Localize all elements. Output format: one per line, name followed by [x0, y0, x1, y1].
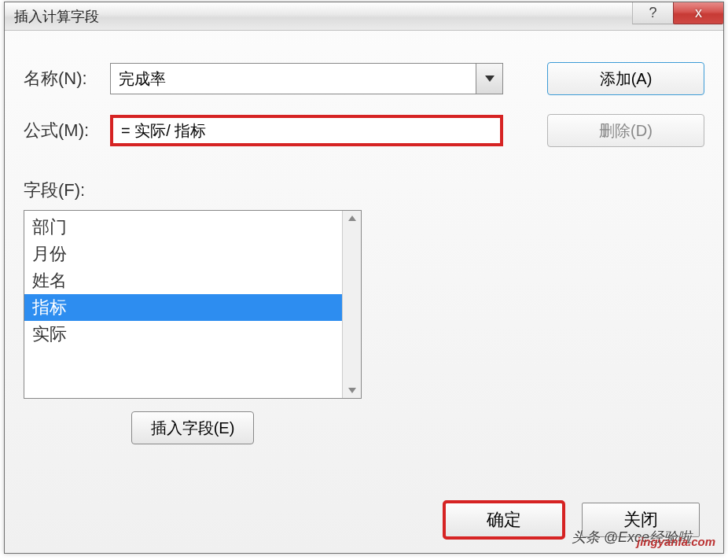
- help-icon: ?: [649, 5, 656, 21]
- svg-marker-2: [348, 388, 356, 393]
- scroll-down-icon: [348, 388, 356, 393]
- dialog-title: 插入计算字段: [14, 7, 99, 26]
- formula-input-highlight: [110, 115, 503, 146]
- fields-label: 字段(F):: [24, 179, 704, 202]
- formula-input[interactable]: [113, 118, 500, 143]
- insert-calculated-field-dialog: 插入计算字段 ? x 名称(N): 添加(A) 公式(M):: [4, 2, 724, 554]
- help-button[interactable]: ?: [632, 2, 673, 24]
- delete-button: 删除(D): [547, 114, 704, 147]
- window-close-button[interactable]: x: [673, 2, 723, 24]
- svg-marker-0: [485, 76, 495, 82]
- list-item[interactable]: 部门: [24, 214, 342, 241]
- chevron-down-icon: [485, 76, 495, 82]
- name-combobox[interactable]: [110, 63, 503, 94]
- titlebar[interactable]: 插入计算字段 ? x: [5, 2, 723, 31]
- svg-marker-1: [348, 216, 356, 221]
- list-item[interactable]: 实际: [24, 321, 342, 348]
- list-item[interactable]: 指标: [24, 294, 342, 321]
- close-icon: x: [695, 5, 702, 21]
- name-dropdown-button[interactable]: [476, 64, 502, 94]
- fields-listbox[interactable]: 部门月份姓名指标实际: [24, 210, 362, 399]
- listbox-scrollbar[interactable]: [342, 211, 361, 398]
- name-label: 名称(N):: [24, 67, 110, 90]
- scroll-up-icon: [348, 216, 356, 221]
- insert-field-button[interactable]: 插入字段(E): [131, 411, 255, 444]
- add-button[interactable]: 添加(A): [547, 62, 704, 95]
- formula-label: 公式(M):: [24, 119, 110, 142]
- name-input[interactable]: [111, 64, 476, 94]
- close-button[interactable]: 关闭: [582, 503, 700, 537]
- list-item[interactable]: 月份: [24, 241, 342, 267]
- list-item[interactable]: 姓名: [24, 267, 342, 294]
- ok-button[interactable]: 确定: [445, 503, 563, 537]
